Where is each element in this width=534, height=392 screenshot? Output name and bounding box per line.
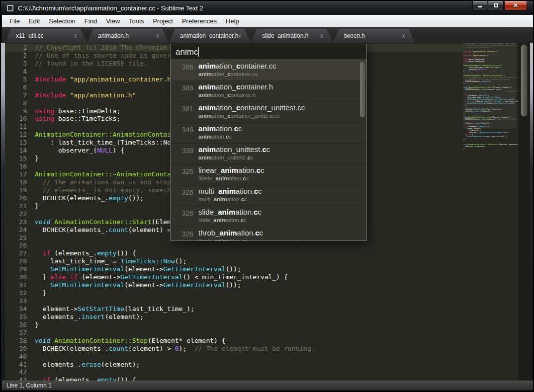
goto-result-item[interactable]: 346animation.ccanimation.cc (171, 123, 366, 144)
result-filepath: slide_animation.cc (198, 217, 262, 223)
tab-close-icon[interactable]: x (156, 32, 169, 39)
line-number: 21 (5, 202, 27, 210)
code-line[interactable]: 42 (5, 368, 463, 376)
line-number: 18 (5, 178, 27, 186)
result-filepath: animation_container.cc (198, 71, 276, 77)
menu-item-edit[interactable]: Edit (24, 16, 44, 26)
result-filepath: animation_container_unittest.cc (198, 113, 305, 119)
goto-result-item[interactable]: 386animation_container.hanimation_contai… (171, 81, 366, 102)
tab-close-icon[interactable]: x (402, 32, 415, 39)
close-button[interactable]: ✕ (504, 1, 527, 10)
code-line[interactable]: 41 elements_.erase(element); (5, 361, 463, 369)
result-filepath: animation_unittest.cc (198, 155, 270, 160)
result-filename: multi_animation.cc (198, 187, 262, 195)
goto-search-input[interactable]: animc (171, 44, 366, 60)
code-line[interactable]: 36} (5, 321, 463, 329)
menu-item-selection[interactable]: Selection (44, 16, 80, 26)
line-number: 8 (5, 99, 27, 107)
goto-result-item[interactable]: 326throb_animation.ccthrob_animation.cc (171, 227, 366, 241)
restore-button[interactable] (488, 1, 504, 10)
line-number: 25 (5, 234, 27, 242)
window-title: C:\UJ\chromium\src\app\animation_contain… (18, 4, 203, 12)
code-line[interactable]: 29 SetMinTimerInterval(element->GetTimer… (5, 265, 463, 273)
line-number: 36 (5, 321, 27, 329)
menu-item-project[interactable]: Project (148, 16, 177, 26)
goto-anything-panel: animc 386animation_container.ccanimation… (170, 44, 367, 241)
menu-item-help[interactable]: Help (221, 16, 244, 26)
match-score: 326 (177, 229, 193, 241)
line-number: 13 (5, 139, 27, 147)
line-number: 28 (5, 257, 27, 265)
tab-tween.h[interactable]: tween.hx (333, 29, 415, 43)
line-number: 43 (5, 376, 27, 381)
minimap[interactable]: // Copyright (c) 2010 The Chromium Autho… (463, 43, 518, 381)
line-number: 41 (5, 361, 27, 369)
code-line[interactable]: 37 (5, 329, 463, 337)
tab-animation_container.h[interactable]: animation_container.hx (169, 29, 251, 43)
code-line[interactable]: 38void AnimationContainer::Stop(Element*… (5, 337, 463, 345)
line-number: 5 (5, 76, 27, 83)
code-line[interactable]: 28 last_tick_time_ = TimeTicks::Now(); (5, 257, 463, 265)
line-number: 19 (5, 186, 27, 194)
result-filename: throb_animation.cc (198, 229, 263, 237)
tab-close-icon[interactable]: x (74, 32, 87, 39)
minimap-viewport[interactable] (463, 43, 516, 129)
code-line[interactable]: 35 elements_.insert(element); (5, 313, 463, 321)
code-line[interactable]: 30 } else if (element->GetTimerInterval(… (5, 273, 463, 281)
window-controls: ✕ (472, 1, 527, 10)
result-filename: animation_unittest.cc (198, 145, 270, 154)
tab-x11_util.cc[interactable]: x11_util.ccx (5, 29, 87, 43)
goto-result-item[interactable]: 326slide_animation.ccslide_animation.cc (171, 206, 366, 227)
line-number: 40 (5, 353, 27, 361)
line-number: 26 (5, 241, 27, 249)
code-line[interactable]: 27 if (elements_.empty()) { (5, 249, 463, 257)
tab-close-icon[interactable]: x (238, 32, 251, 39)
line-number: 12 (5, 131, 27, 139)
line-number: 37 (5, 329, 27, 337)
line-number: 24 (5, 226, 27, 234)
line-number: 33 (5, 297, 27, 305)
menu-item-file[interactable]: File (5, 16, 24, 26)
line-number: 22 (5, 210, 27, 218)
line-number: 34 (5, 305, 27, 313)
code-line[interactable]: 26 (5, 241, 463, 249)
code-line[interactable]: 34 element->SetStartTime(last_tick_time_… (5, 305, 463, 313)
tab-close-icon[interactable]: x (320, 32, 333, 39)
code-line[interactable]: 40 (5, 353, 463, 361)
tab-bar: x11_util.ccxanimation.hxanimation_contai… (2, 27, 534, 43)
result-filename: slide_animation.cc (198, 208, 262, 216)
tab-label: animation_container.h (169, 32, 238, 39)
line-number: 31 (5, 281, 27, 289)
scrollbar-thumb[interactable] (521, 44, 528, 117)
code-line[interactable]: 43 if (elements_.empty()) { (5, 376, 463, 381)
menu-item-view[interactable]: View (101, 16, 124, 26)
window-border-left (1, 43, 5, 381)
line-number: 3 (5, 60, 27, 68)
goto-scrollbar-thumb[interactable] (360, 62, 365, 117)
line-number: 30 (5, 273, 27, 281)
goto-result-item[interactable]: 386animation_container.ccanimation_conta… (171, 60, 366, 81)
title-bar[interactable]: C:\UJ\chromium\src\app\animation_contain… (1, 1, 533, 15)
tab-slide_animation.h[interactable]: slide_animation.hx (251, 29, 333, 43)
menu-item-tools[interactable]: Tools (124, 16, 148, 26)
tab-animation.h[interactable]: animation.hx (87, 29, 169, 43)
result-filename: animation_container.h (198, 82, 273, 91)
line-number: 20 (5, 194, 27, 202)
vertical-scrollbar[interactable] (518, 43, 530, 381)
goto-result-item[interactable]: 338animation_unittest.ccanimation_unitte… (171, 144, 366, 164)
goto-result-item[interactable]: 326multi_animation.ccmulti_animation.cc (171, 185, 366, 206)
code-line[interactable]: 33 (5, 297, 463, 305)
goto-result-item[interactable]: 326linear_animation.cclinear_animation.c… (171, 164, 366, 185)
code-line[interactable]: 32 } (5, 289, 463, 297)
match-score: 386 (177, 82, 193, 101)
match-score: 381 (177, 103, 193, 122)
menu-item-preferences[interactable]: Preferences (178, 16, 221, 26)
status-bar: Line 1, Column 1 (2, 381, 534, 390)
goto-result-item[interactable]: 381animation_container_unittest.ccanimat… (171, 102, 366, 123)
match-score: 326 (177, 208, 193, 227)
code-line[interactable]: 39 DCHECK(elements_.count(element) > 0);… (5, 345, 463, 353)
minimize-button[interactable] (472, 1, 487, 10)
close-icon: ✕ (513, 2, 518, 8)
code-line[interactable]: 31 SetMinTimerInterval(element->GetTimer… (5, 281, 463, 289)
menu-item-find[interactable]: Find (80, 16, 101, 26)
